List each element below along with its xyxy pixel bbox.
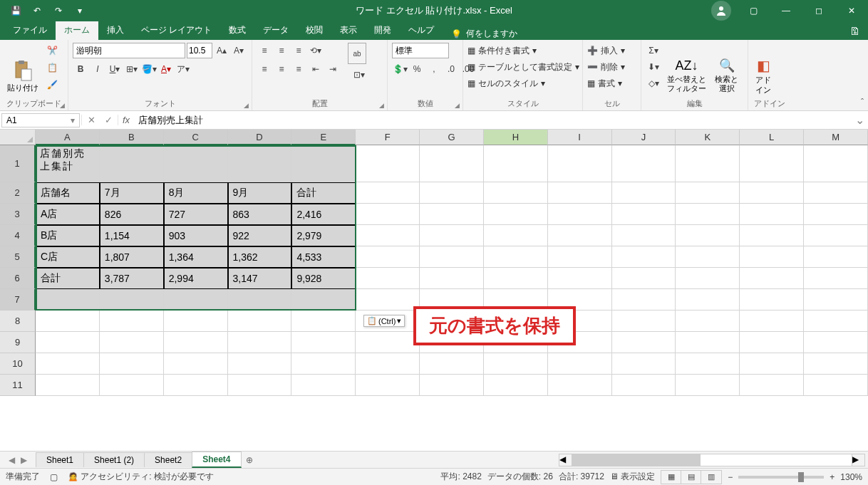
cell[interactable]: A店 xyxy=(36,204,100,225)
zoom-slider[interactable] xyxy=(738,476,824,479)
undo-icon[interactable]: ↶ xyxy=(27,2,47,19)
cell[interactable] xyxy=(164,353,228,375)
name-box[interactable]: A1▾ xyxy=(1,113,80,127)
share-button[interactable]: 🖻 xyxy=(841,23,868,40)
wrap-text-button[interactable]: ab xyxy=(348,43,366,64)
cell[interactable] xyxy=(804,246,868,268)
conditional-formatting-button[interactable]: ▦ 条件付き書式 ▾ xyxy=(467,43,579,58)
collapse-ribbon-icon[interactable]: ˆ xyxy=(861,98,864,108)
horizontal-scrollbar[interactable]: ◀▶ xyxy=(559,454,865,466)
next-sheet-icon[interactable]: ▶ xyxy=(21,455,27,465)
user-account-icon[interactable] xyxy=(711,1,731,21)
tab-view[interactable]: 表示 xyxy=(331,21,366,40)
cell[interactable] xyxy=(164,375,228,396)
cell[interactable]: 店舗名 xyxy=(36,182,100,204)
tab-file[interactable]: ファイル xyxy=(4,21,56,40)
tab-page-layout[interactable]: ページ レイアウト xyxy=(133,21,220,40)
cut-icon[interactable]: ✂️ xyxy=(44,43,60,58)
cell[interactable] xyxy=(356,246,420,268)
cell[interactable] xyxy=(676,311,740,332)
cell[interactable]: B店 xyxy=(36,225,100,246)
cell-styles-button[interactable]: ▦ セルのスタイル ▾ xyxy=(467,75,579,91)
tab-help[interactable]: ヘルプ xyxy=(400,21,443,40)
cell[interactable] xyxy=(612,246,676,268)
cell[interactable] xyxy=(36,375,100,396)
cell[interactable] xyxy=(612,145,676,182)
cell[interactable] xyxy=(740,268,804,289)
cell[interactable] xyxy=(484,353,548,375)
cell[interactable]: 3,147 xyxy=(228,268,292,289)
cells-area[interactable]: 店舗別売上集計店舗名7月8月9月合計A店8267278632,416B店1,15… xyxy=(36,145,868,451)
cell[interactable] xyxy=(676,204,740,225)
cell[interactable] xyxy=(356,268,420,289)
prev-sheet-icon[interactable]: ◀ xyxy=(9,455,15,465)
decrease-font-icon[interactable]: A▾ xyxy=(231,43,247,58)
zoom-level[interactable]: 130% xyxy=(840,472,862,482)
expand-formula-bar-icon[interactable]: ⌄ xyxy=(851,113,868,127)
cell[interactable]: 1,364 xyxy=(164,246,228,268)
cell[interactable] xyxy=(291,332,356,353)
cell[interactable]: 7月 xyxy=(100,182,164,204)
cell[interactable] xyxy=(740,311,804,332)
format-cells-button[interactable]: ▦ 書式 ▾ xyxy=(587,75,625,91)
cell[interactable]: 1,362 xyxy=(228,246,292,268)
col-header-F[interactable]: F xyxy=(356,130,420,145)
cell[interactable] xyxy=(548,353,612,375)
cell[interactable] xyxy=(420,246,484,268)
cell[interactable]: 店舗別売上集計 xyxy=(36,145,100,182)
cell[interactable] xyxy=(740,246,804,268)
col-header-J[interactable]: J xyxy=(612,130,676,145)
cell[interactable]: 903 xyxy=(164,225,228,246)
cell[interactable] xyxy=(676,182,740,204)
cell[interactable] xyxy=(356,375,420,396)
ribbon-display-icon[interactable]: ▢ xyxy=(737,0,770,21)
indent-decrease-icon[interactable]: ⇤ xyxy=(308,61,324,77)
page-layout-view-icon[interactable]: ▤ xyxy=(681,471,701,484)
comma-format-icon[interactable]: , xyxy=(426,61,442,77)
cell[interactable] xyxy=(291,289,356,311)
cell[interactable] xyxy=(740,145,804,182)
cell[interactable] xyxy=(356,225,420,246)
cell[interactable]: 9月 xyxy=(228,182,292,204)
sheet-tab-4[interactable]: Sheet4 xyxy=(192,452,241,468)
cell[interactable] xyxy=(420,225,484,246)
cell[interactable] xyxy=(612,225,676,246)
cell[interactable]: 2,994 xyxy=(164,268,228,289)
row-header-6[interactable]: 6 xyxy=(0,268,36,289)
delete-cells-button[interactable]: ➖ 削除 ▾ xyxy=(587,59,625,75)
align-center-icon[interactable]: ≡ xyxy=(274,61,289,77)
row-header-11[interactable]: 11 xyxy=(0,375,36,396)
cell[interactable] xyxy=(164,311,228,332)
cell[interactable]: 826 xyxy=(100,204,164,225)
row-header-2[interactable]: 2 xyxy=(0,182,36,204)
cell[interactable] xyxy=(804,182,868,204)
cell[interactable] xyxy=(740,332,804,353)
cell[interactable] xyxy=(676,289,740,311)
cell[interactable]: 3,787 xyxy=(100,268,164,289)
align-bottom-icon[interactable]: ≡ xyxy=(291,43,306,58)
dialog-launcher-icon[interactable]: ◢ xyxy=(455,102,460,109)
cell[interactable] xyxy=(484,225,548,246)
zoom-in-icon[interactable]: + xyxy=(830,472,835,482)
dialog-launcher-icon[interactable]: ◢ xyxy=(244,102,249,109)
align-top-icon[interactable]: ≡ xyxy=(257,43,272,58)
cell[interactable] xyxy=(228,332,292,353)
cell[interactable] xyxy=(804,268,868,289)
cell[interactable] xyxy=(612,204,676,225)
tab-formulas[interactable]: 数式 xyxy=(220,21,254,40)
font-name-input[interactable] xyxy=(73,43,185,58)
cell[interactable] xyxy=(420,145,484,182)
cell[interactable] xyxy=(612,182,676,204)
cell[interactable] xyxy=(228,375,292,396)
cell[interactable] xyxy=(164,145,228,182)
cell[interactable] xyxy=(804,204,868,225)
cell[interactable] xyxy=(676,145,740,182)
select-all-corner[interactable] xyxy=(0,130,36,145)
underline-button[interactable]: U▾ xyxy=(107,61,123,77)
accessibility-status[interactable]: 🙍 アクセシビリティ: 検討が必要です xyxy=(68,471,214,483)
cell[interactable] xyxy=(420,204,484,225)
cell[interactable] xyxy=(804,311,868,332)
cell[interactable] xyxy=(548,225,612,246)
cell[interactable] xyxy=(740,225,804,246)
row-header-4[interactable]: 4 xyxy=(0,225,36,246)
